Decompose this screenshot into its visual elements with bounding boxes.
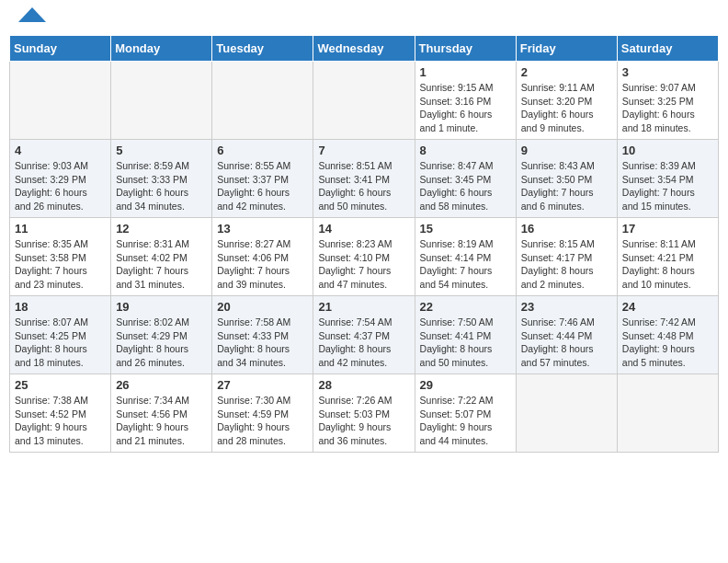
- day-info: Sunrise: 7:54 AM Sunset: 4:37 PM Dayligh…: [318, 316, 409, 370]
- column-header-tuesday: Tuesday: [212, 36, 313, 62]
- day-info: Sunrise: 7:58 AM Sunset: 4:33 PM Dayligh…: [217, 316, 308, 370]
- day-info: Sunrise: 8:15 AM Sunset: 4:17 PM Dayligh…: [521, 237, 612, 292]
- day-number: 26: [116, 378, 207, 392]
- calendar-cell: 19Sunrise: 8:02 AM Sunset: 4:29 PM Dayli…: [111, 296, 212, 374]
- page-header: [9, 9, 719, 28]
- calendar-cell: 7Sunrise: 8:51 AM Sunset: 3:41 PM Daylig…: [313, 140, 415, 218]
- calendar-cell: 14Sunrise: 8:23 AM Sunset: 4:10 PM Dayli…: [313, 218, 415, 296]
- calendar-cell: [313, 62, 415, 140]
- calendar-cell: 2Sunrise: 9:11 AM Sunset: 3:20 PM Daylig…: [516, 62, 617, 140]
- day-info: Sunrise: 8:47 AM Sunset: 3:45 PM Dayligh…: [420, 159, 511, 213]
- calendar-cell: 24Sunrise: 7:42 AM Sunset: 4:48 PM Dayli…: [617, 296, 718, 374]
- day-info: Sunrise: 7:50 AM Sunset: 4:41 PM Dayligh…: [420, 316, 511, 370]
- column-header-thursday: Thursday: [415, 36, 516, 62]
- day-info: Sunrise: 8:43 AM Sunset: 3:50 PM Dayligh…: [521, 159, 612, 213]
- day-number: 15: [420, 222, 511, 236]
- calendar-cell: [516, 374, 617, 453]
- day-number: 27: [217, 378, 308, 392]
- calendar-cell: 5Sunrise: 8:59 AM Sunset: 3:33 PM Daylig…: [111, 140, 212, 218]
- day-number: 16: [521, 222, 612, 236]
- day-info: Sunrise: 9:15 AM Sunset: 3:16 PM Dayligh…: [420, 81, 511, 135]
- calendar-cell: [212, 62, 313, 140]
- day-info: Sunrise: 7:38 AM Sunset: 4:52 PM Dayligh…: [15, 394, 106, 448]
- svg-marker-0: [18, 7, 46, 22]
- day-number: 10: [622, 144, 713, 157]
- calendar-cell: 6Sunrise: 8:55 AM Sunset: 3:37 PM Daylig…: [212, 140, 313, 218]
- day-info: Sunrise: 8:59 AM Sunset: 3:33 PM Dayligh…: [116, 159, 207, 213]
- day-info: Sunrise: 7:22 AM Sunset: 5:07 PM Dayligh…: [420, 394, 511, 448]
- day-info: Sunrise: 7:42 AM Sunset: 4:48 PM Dayligh…: [622, 316, 713, 370]
- day-info: Sunrise: 8:19 AM Sunset: 4:14 PM Dayligh…: [420, 237, 511, 292]
- column-header-friday: Friday: [516, 36, 617, 62]
- logo: [15, 13, 46, 24]
- day-number: 17: [622, 222, 713, 236]
- column-header-sunday: Sunday: [10, 36, 111, 62]
- calendar-table: SundayMondayTuesdayWednesdayThursdayFrid…: [9, 35, 719, 453]
- calendar-cell: 20Sunrise: 7:58 AM Sunset: 4:33 PM Dayli…: [212, 296, 313, 374]
- column-header-wednesday: Wednesday: [313, 36, 415, 62]
- day-number: 11: [15, 222, 106, 236]
- day-number: 4: [15, 144, 106, 157]
- day-number: 1: [420, 65, 511, 79]
- day-number: 22: [420, 300, 511, 314]
- column-header-monday: Monday: [111, 36, 212, 62]
- calendar-cell: [617, 374, 718, 453]
- calendar-cell: 27Sunrise: 7:30 AM Sunset: 4:59 PM Dayli…: [212, 374, 313, 453]
- day-info: Sunrise: 8:02 AM Sunset: 4:29 PM Dayligh…: [116, 316, 207, 370]
- calendar-week-row: 11Sunrise: 8:35 AM Sunset: 3:58 PM Dayli…: [10, 218, 719, 296]
- calendar-cell: 21Sunrise: 7:54 AM Sunset: 4:37 PM Dayli…: [313, 296, 415, 374]
- day-info: Sunrise: 8:31 AM Sunset: 4:02 PM Dayligh…: [116, 237, 207, 292]
- calendar-week-row: 18Sunrise: 8:07 AM Sunset: 4:25 PM Dayli…: [10, 296, 719, 374]
- day-info: Sunrise: 7:26 AM Sunset: 5:03 PM Dayligh…: [318, 394, 409, 448]
- day-number: 6: [217, 144, 308, 157]
- day-info: Sunrise: 7:30 AM Sunset: 4:59 PM Dayligh…: [217, 394, 308, 448]
- day-number: 29: [420, 378, 511, 392]
- day-number: 25: [15, 378, 106, 392]
- calendar-header-row: SundayMondayTuesdayWednesdayThursdayFrid…: [10, 36, 719, 62]
- calendar-cell: 3Sunrise: 9:07 AM Sunset: 3:25 PM Daylig…: [617, 62, 718, 140]
- calendar-cell: 9Sunrise: 8:43 AM Sunset: 3:50 PM Daylig…: [516, 140, 617, 218]
- day-number: 19: [116, 300, 207, 314]
- day-number: 18: [15, 300, 106, 314]
- calendar-cell: 22Sunrise: 7:50 AM Sunset: 4:41 PM Dayli…: [415, 296, 516, 374]
- calendar-week-row: 25Sunrise: 7:38 AM Sunset: 4:52 PM Dayli…: [10, 374, 719, 453]
- calendar-cell: 17Sunrise: 8:11 AM Sunset: 4:21 PM Dayli…: [617, 218, 718, 296]
- calendar-cell: 11Sunrise: 8:35 AM Sunset: 3:58 PM Dayli…: [10, 218, 111, 296]
- day-number: 23: [521, 300, 612, 314]
- calendar-cell: 12Sunrise: 8:31 AM Sunset: 4:02 PM Dayli…: [111, 218, 212, 296]
- day-number: 7: [318, 144, 409, 157]
- calendar-cell: 15Sunrise: 8:19 AM Sunset: 4:14 PM Dayli…: [415, 218, 516, 296]
- day-number: 24: [622, 300, 713, 314]
- day-number: 14: [318, 222, 409, 236]
- calendar-cell: 13Sunrise: 8:27 AM Sunset: 4:06 PM Dayli…: [212, 218, 313, 296]
- calendar-cell: 25Sunrise: 7:38 AM Sunset: 4:52 PM Dayli…: [10, 374, 111, 453]
- day-info: Sunrise: 8:11 AM Sunset: 4:21 PM Dayligh…: [622, 237, 713, 292]
- day-number: 20: [217, 300, 308, 314]
- calendar-cell: 26Sunrise: 7:34 AM Sunset: 4:56 PM Dayli…: [111, 374, 212, 453]
- day-number: 3: [622, 65, 713, 79]
- day-info: Sunrise: 7:34 AM Sunset: 4:56 PM Dayligh…: [116, 394, 207, 448]
- day-info: Sunrise: 8:23 AM Sunset: 4:10 PM Dayligh…: [318, 237, 409, 292]
- day-info: Sunrise: 9:07 AM Sunset: 3:25 PM Dayligh…: [622, 81, 713, 135]
- calendar-cell: 18Sunrise: 8:07 AM Sunset: 4:25 PM Dayli…: [10, 296, 111, 374]
- calendar-cell: [10, 62, 111, 140]
- day-number: 12: [116, 222, 207, 236]
- day-info: Sunrise: 9:03 AM Sunset: 3:29 PM Dayligh…: [15, 159, 106, 213]
- calendar-cell: 29Sunrise: 7:22 AM Sunset: 5:07 PM Dayli…: [415, 374, 516, 453]
- day-info: Sunrise: 8:35 AM Sunset: 3:58 PM Dayligh…: [15, 237, 106, 292]
- day-number: 9: [521, 144, 612, 157]
- calendar-cell: 8Sunrise: 8:47 AM Sunset: 3:45 PM Daylig…: [415, 140, 516, 218]
- day-number: 21: [318, 300, 409, 314]
- day-number: 13: [217, 222, 308, 236]
- calendar-cell: [111, 62, 212, 140]
- day-info: Sunrise: 8:27 AM Sunset: 4:06 PM Dayligh…: [217, 237, 308, 292]
- column-header-saturday: Saturday: [617, 36, 718, 62]
- calendar-week-row: 4Sunrise: 9:03 AM Sunset: 3:29 PM Daylig…: [10, 140, 719, 218]
- day-info: Sunrise: 8:07 AM Sunset: 4:25 PM Dayligh…: [15, 316, 106, 370]
- calendar-week-row: 1Sunrise: 9:15 AM Sunset: 3:16 PM Daylig…: [10, 62, 719, 140]
- calendar-cell: 10Sunrise: 8:39 AM Sunset: 3:54 PM Dayli…: [617, 140, 718, 218]
- calendar-cell: 28Sunrise: 7:26 AM Sunset: 5:03 PM Dayli…: [313, 374, 415, 453]
- day-info: Sunrise: 8:51 AM Sunset: 3:41 PM Dayligh…: [318, 159, 409, 213]
- calendar-cell: 4Sunrise: 9:03 AM Sunset: 3:29 PM Daylig…: [10, 140, 111, 218]
- logo-icon: [18, 6, 46, 24]
